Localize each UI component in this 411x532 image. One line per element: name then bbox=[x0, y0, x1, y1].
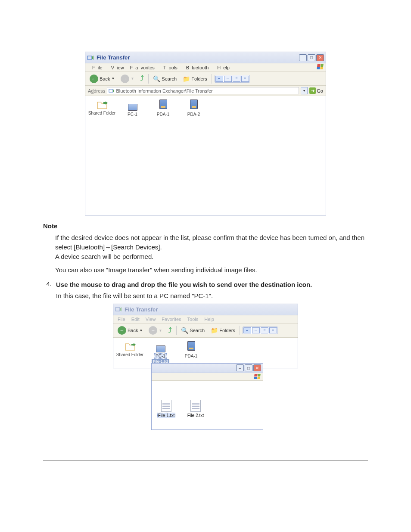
pda-icon bbox=[157, 100, 169, 111]
file-transfer-window-2: File Transfer File Edit View Favorites T… bbox=[113, 304, 298, 368]
maximize-button[interactable]: □ bbox=[245, 364, 252, 371]
up-button[interactable]: ⤴ bbox=[138, 74, 146, 84]
maximize-button[interactable]: □ bbox=[308, 54, 315, 61]
view-list-button[interactable]: ▫▫ bbox=[224, 76, 232, 82]
item-pda-1[interactable]: PDA-1 bbox=[177, 341, 205, 358]
note-heading: Note bbox=[43, 222, 368, 230]
view-details-button[interactable]: ≡ bbox=[241, 76, 249, 82]
item-pc-1-drop-target[interactable]: PC-1 File-1.txt bbox=[146, 341, 174, 364]
close-button[interactable]: ✕ bbox=[316, 54, 324, 61]
item-shared-folder[interactable]: Shared Folder bbox=[88, 100, 116, 115]
shared-folder-icon bbox=[124, 341, 136, 352]
footer-divider bbox=[43, 460, 368, 460]
folders-button[interactable]: 📁Folders bbox=[209, 327, 237, 334]
back-button[interactable]: ←Back▼ bbox=[88, 74, 116, 84]
menubar: File Edit View Favorites Tools Help bbox=[113, 315, 298, 324]
menubar: File View Favorites Tools Bluetooth Help bbox=[85, 63, 326, 72]
view-tiles-button[interactable]: ⠿ bbox=[233, 76, 240, 82]
windows-logo-icon bbox=[254, 374, 261, 380]
menu-favorites[interactable]: Favorites bbox=[128, 65, 157, 71]
titlebar: – □ ✕ bbox=[152, 364, 263, 373]
svg-rect-1 bbox=[109, 89, 113, 92]
back-button[interactable]: ←Back▼ bbox=[116, 326, 144, 335]
item-pc-1[interactable]: PC-1 bbox=[118, 100, 146, 117]
go-button[interactable]: ➔Go bbox=[309, 87, 323, 94]
menu-tools[interactable]: Tools bbox=[185, 316, 201, 322]
shared-folder-icon bbox=[96, 100, 108, 110]
item-pda-1[interactable]: PDA-1 bbox=[149, 100, 177, 117]
view-mode-toolbar: ▪▪ ▫▫ ⠿ ≡ bbox=[215, 75, 250, 83]
titlebar: File Transfer – □ ✕ bbox=[85, 52, 326, 63]
toolbar: ←Back▼ →▼ ⤴ 🔍Search 📁Folders ▪▪ ▫▫ ⠿ ≡ bbox=[85, 72, 326, 86]
view-icons-button[interactable]: ▪▪ bbox=[215, 76, 223, 82]
forward-button[interactable]: →▼ bbox=[119, 74, 136, 84]
titlebar: File Transfer bbox=[113, 304, 298, 315]
up-button[interactable]: ⤴ bbox=[166, 326, 174, 336]
menu-view[interactable]: View bbox=[143, 316, 159, 322]
menu-edit[interactable]: Edit bbox=[129, 316, 142, 322]
menu-bluetooth[interactable]: Bluetooth bbox=[181, 65, 212, 71]
svg-rect-2 bbox=[115, 308, 120, 311]
note-text-1: If the desired device does not appear in… bbox=[55, 234, 364, 251]
step-number: 4. bbox=[43, 280, 53, 299]
view-mode-toolbar: ▪▪ ▫▫ ⠿ ≡ bbox=[243, 327, 278, 334]
menu-file[interactable]: File bbox=[87, 65, 105, 71]
item-pda-2[interactable]: PDA-2 bbox=[180, 100, 208, 117]
window-title: File Transfer bbox=[125, 306, 158, 313]
note-text-2: A device search will be performed. bbox=[55, 253, 153, 260]
step-title: Use the mouse to drag and drop the file … bbox=[56, 280, 368, 289]
forward-button[interactable]: →▼ bbox=[147, 326, 164, 335]
search-button[interactable]: 🔍Search bbox=[151, 75, 178, 83]
text-file-icon bbox=[190, 400, 201, 412]
minimize-button[interactable]: – bbox=[236, 364, 244, 371]
step-4: 4. Use the mouse to drag and drop the fi… bbox=[43, 280, 368, 299]
minimize-button[interactable]: – bbox=[299, 54, 307, 61]
view-tiles-button[interactable]: ⠿ bbox=[261, 327, 268, 333]
svg-rect-0 bbox=[87, 56, 92, 59]
address-field[interactable]: Bluetooth Information Exchanger\File Tra… bbox=[107, 87, 299, 94]
toolbar: ←Back▼ →▼ ⤴ 🔍Search 📁Folders ▪▪ ▫▫ ⠿ ≡ bbox=[113, 324, 298, 338]
pc-icon bbox=[155, 341, 167, 352]
file-transfer-window: File Transfer – □ ✕ File View Favorites … bbox=[85, 52, 326, 215]
note-text-3: You can also use "Image transfer" when s… bbox=[55, 265, 368, 275]
menu-tools[interactable]: Tools bbox=[158, 65, 180, 71]
file-1-selected[interactable]: File-1.txt bbox=[154, 400, 178, 418]
content-area: Shared Folder PC-1 PDA-1 PDA-2 bbox=[85, 96, 326, 215]
text-file-icon bbox=[161, 400, 171, 412]
content-area: File-1.txt File-2.txt bbox=[152, 381, 263, 420]
step-desc: In this case, the file will be sent to a… bbox=[56, 292, 368, 299]
addressbar: Address Bluetooth Information Exchanger\… bbox=[85, 86, 326, 96]
folders-button[interactable]: 📁Folders bbox=[181, 75, 209, 83]
drag-drop-illustration: File Transfer File Edit View Favorites T… bbox=[113, 304, 298, 430]
view-details-button[interactable]: ≡ bbox=[269, 327, 277, 333]
search-button[interactable]: 🔍Search bbox=[179, 327, 206, 334]
app-icon bbox=[87, 55, 94, 61]
pda-icon bbox=[185, 341, 197, 352]
window-title: File Transfer bbox=[97, 54, 130, 61]
view-list-button[interactable]: ▫▫ bbox=[252, 327, 260, 333]
menu-help[interactable]: Help bbox=[212, 65, 232, 71]
menu-view[interactable]: View bbox=[106, 65, 127, 71]
source-folder-window: – □ ✕ File-1.txt File-2.txt bbox=[151, 363, 263, 430]
address-icon bbox=[109, 88, 115, 93]
menu-help[interactable]: Help bbox=[202, 316, 217, 322]
windows-logo-icon bbox=[317, 64, 324, 70]
close-button[interactable]: ✕ bbox=[253, 364, 261, 371]
pda-icon bbox=[188, 100, 200, 111]
menu-favorites[interactable]: Favorites bbox=[159, 316, 184, 322]
file-2[interactable]: File-2.txt bbox=[184, 400, 208, 418]
menubar bbox=[152, 373, 263, 381]
view-icons-button[interactable]: ▪▪ bbox=[243, 327, 251, 333]
note-section: Note If the desired device does not appe… bbox=[43, 222, 368, 275]
item-shared-folder[interactable]: Shared Folder bbox=[116, 341, 144, 357]
pc-icon bbox=[127, 100, 139, 111]
address-label: Address bbox=[88, 88, 105, 93]
address-dropdown-icon[interactable]: ▾ bbox=[301, 87, 308, 94]
menu-file[interactable]: File bbox=[115, 316, 128, 322]
app-icon bbox=[115, 306, 122, 312]
